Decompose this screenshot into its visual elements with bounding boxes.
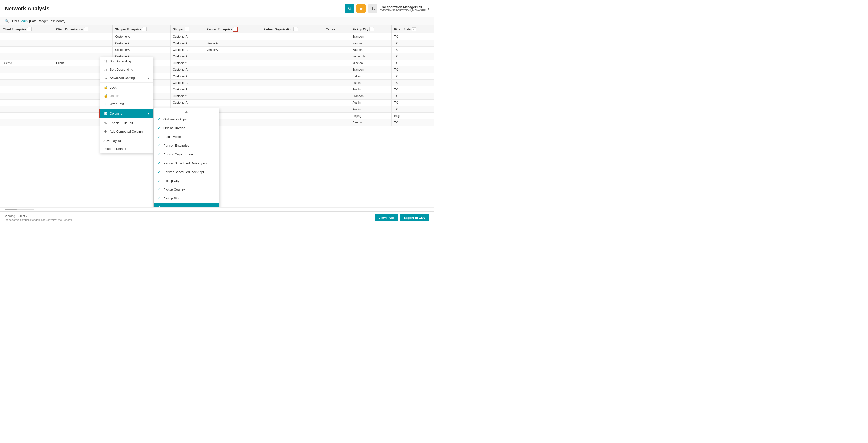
header-right: ↻ ★ Tt Transportation Manager1 trt TMS.T… [345, 4, 429, 13]
view-pivot-button[interactable]: View Pivot [374, 214, 398, 221]
menu-add-computed[interactable]: ⊕ Add Computed Column [100, 127, 153, 136]
unlock-icon: 🔓 [103, 94, 108, 97]
menu-sep-2 [100, 109, 153, 109]
menu-sort-asc[interactable]: ↑↓ Sort Ascending [100, 57, 153, 65]
table-cell [261, 73, 323, 80]
table-cell [261, 113, 323, 119]
col-client-enterprise: Client Enterprise ☰ [0, 25, 54, 33]
table-cell: CustomerA [170, 86, 204, 93]
star-button[interactable]: ★ [356, 4, 366, 13]
table-cell: VendorA [204, 40, 261, 47]
col-shipper: Shipper ☰ [170, 25, 204, 33]
table-cell [261, 66, 323, 73]
filter-edit-link[interactable]: (edit) [20, 19, 28, 23]
table-row: CustomerACustomerAVendorAKaufmanTX [0, 47, 434, 53]
menu-reset-default[interactable]: Reset to Default [100, 145, 153, 153]
columns-icon: ⊞ [103, 112, 108, 115]
user-name: Transportation Manager1 trt [380, 5, 426, 9]
scrollbar-track[interactable] [5, 209, 34, 210]
menu-wrap-text[interactable]: ✓ Wrap Text [100, 100, 153, 108]
check-partner-scheduled-delivery: ✓ [158, 161, 161, 165]
table-cell: Dallas [350, 73, 392, 80]
table-cell [323, 113, 350, 119]
col-item-ontime-pickups[interactable]: ✓ OnTime Pickups [154, 115, 219, 123]
table-cell: CustomerA [170, 73, 204, 80]
table-cell: TX [392, 40, 434, 47]
table-cell [0, 119, 54, 126]
horizontal-scrollbar-area [0, 207, 434, 211]
table-cell: CustomerA [170, 66, 204, 73]
table-cell: TX [392, 33, 434, 40]
col-menu-icon-pickup-city[interactable]: ☰ [369, 27, 374, 31]
menu-sort-desc[interactable]: ↓↑ Sort Descending [100, 65, 153, 73]
scrollbar-thumb[interactable] [5, 209, 17, 210]
submenu-scroll-up[interactable]: ▲ [154, 108, 219, 115]
filters-label: Filters [10, 19, 19, 23]
col-item-pickup-country[interactable]: ✓ Pickup Country [154, 185, 219, 194]
col-menu-icon-partner-org[interactable]: ☰ [293, 27, 298, 31]
table-cell [261, 33, 323, 40]
menu-enable-bulk-edit[interactable]: ✎ Enable Bulk Edit [100, 119, 153, 127]
export-csv-button[interactable]: Export to CSV [400, 214, 429, 221]
col-menu-icon-partner-enterprise[interactable]: ☰ [233, 27, 238, 31]
col-menu-icon-client-enterprise[interactable]: ☰ [27, 27, 32, 31]
col-label-price: Price [163, 205, 171, 208]
table-cell [323, 119, 350, 126]
table-cell [204, 73, 261, 80]
table-cell [0, 99, 54, 106]
menu-save-layout[interactable]: Save Layout [100, 137, 153, 145]
menu-lock-label: Lock [110, 86, 116, 89]
col-menu-icon-shipper-enterprise[interactable]: ☰ [142, 27, 147, 31]
table-cell [204, 93, 261, 99]
col-item-original-invoice[interactable]: ✓ Original Invoice [154, 123, 219, 132]
col-client-org: Client Organization ☰ [54, 25, 113, 33]
col-item-partner-scheduled-delivery[interactable]: ✓ Partner Scheduled Delivery Appt [154, 159, 219, 168]
table-cell [261, 47, 323, 53]
check-original-invoice: ✓ [158, 126, 161, 130]
col-label-partner-scheduled-delivery: Partner Scheduled Delivery Appt [163, 161, 209, 165]
col-item-pickup-city[interactable]: ✓ Pickup City [154, 176, 219, 185]
table-cell: Canton [350, 119, 392, 126]
col-menu-icon-client-org[interactable]: ☰ [84, 27, 88, 31]
col-car-name: Car Na... [323, 25, 350, 33]
user-details: Transportation Manager1 trt TMS.TRANSPOR… [380, 5, 426, 12]
table-cell [0, 80, 54, 86]
col-label-partner-enterprise: Partner Enterprise [163, 144, 189, 147]
table-cell: Mineloa [350, 60, 392, 66]
table-cell: Brandon [350, 66, 392, 73]
col-item-price[interactable]: ✓ Price [154, 203, 219, 207]
table-cell: TX [392, 93, 434, 99]
col-menu-icon-pickup-state[interactable]: ▼ [412, 27, 416, 31]
col-label-ontime-pickups: OnTime Pickups [163, 117, 187, 121]
table-cell: CustomerA [170, 60, 204, 66]
table-cell [261, 86, 323, 93]
sort-desc-icon: ↓↑ [103, 67, 108, 71]
table-row: CustomerACustomerAAustinTX [0, 99, 434, 106]
menu-advanced-sorting-label: Advanced Sorting [110, 76, 135, 80]
menu-save-layout-label: Save Layout [103, 139, 121, 143]
col-menu-icon-shipper[interactable]: ☰ [185, 27, 189, 31]
table-cell: TX [392, 106, 434, 113]
check-pickup-city: ✓ [158, 179, 161, 183]
col-item-pickup-state[interactable]: ✓ Pickup State [154, 194, 219, 203]
table-cell: CustomerA [170, 33, 204, 40]
table-row: CustomerACustomerAAustinTX [0, 80, 434, 86]
menu-advanced-sorting[interactable]: ⇅ Advanced Sorting ▸ [100, 73, 153, 82]
col-item-partner-enterprise[interactable]: ✓ Partner Enterprise [154, 141, 219, 150]
table-cell [54, 40, 113, 47]
col-label-partner-scheduled-pick: Partner Scheduled Pick Appt [163, 170, 204, 174]
col-item-partner-scheduled-pick[interactable]: ✓ Partner Scheduled Pick Appt [154, 168, 219, 176]
table-cell [323, 80, 350, 86]
font-button[interactable]: Tt [368, 4, 377, 13]
refresh-button[interactable]: ↻ [345, 4, 354, 13]
menu-columns[interactable]: ⊞ Columns ▸ [100, 109, 153, 118]
user-menu-chevron[interactable]: ▾ [427, 6, 429, 11]
col-item-partner-organization[interactable]: ✓ Partner Organization [154, 150, 219, 159]
table-cell: TX [392, 86, 434, 93]
col-item-paid-invoice[interactable]: ✓ Paid Invoice [154, 132, 219, 141]
menu-lock[interactable]: 🔒 Lock [100, 83, 153, 91]
check-ontime-pickups: ✓ [158, 117, 161, 121]
col-partner-enterprise: Partner Enterprise ☰ [204, 25, 261, 33]
table-cell: TX [392, 99, 434, 106]
menu-sep-4 [100, 136, 153, 136]
